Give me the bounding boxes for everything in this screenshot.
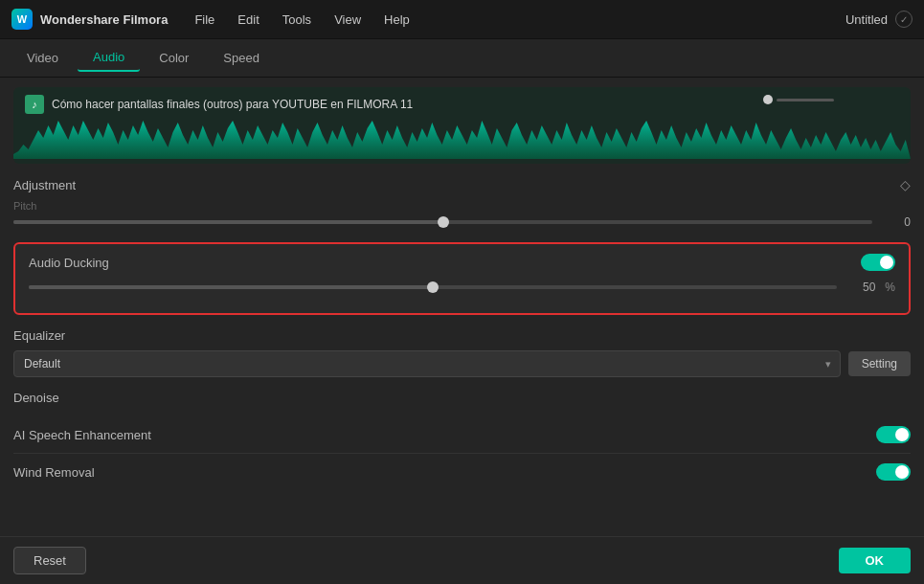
project-title: Untitled — [845, 12, 888, 27]
audio-ducking-section: Audio Ducking 50 % — [13, 242, 911, 315]
ai-speech-label: AI Speech Enhancement — [13, 428, 151, 442]
ai-speech-toggle-thumb — [895, 428, 909, 441]
ducking-toggle-thumb — [880, 256, 893, 269]
tab-video[interactable]: Video — [11, 45, 74, 71]
equalizer-row: Default Classical Dance Deep Electronic … — [13, 350, 911, 377]
wind-removal-toggle[interactable] — [876, 463, 911, 481]
tab-audio[interactable]: Audio — [78, 44, 140, 72]
ducking-unit: % — [885, 281, 895, 294]
setting-button[interactable]: Setting — [848, 351, 911, 376]
titlebar: W Wondershare Filmora File Edit Tools Vi… — [0, 0, 924, 39]
titlebar-right: Untitled ✓ — [845, 11, 913, 28]
diamond-icon: ◇ — [900, 177, 911, 192]
ducking-toggle[interactable] — [861, 254, 895, 271]
menu-edit[interactable]: Edit — [228, 9, 268, 31]
ducking-label: Audio Ducking — [29, 256, 109, 270]
menu-help[interactable]: Help — [374, 9, 419, 31]
tab-speed[interactable]: Speed — [208, 45, 275, 71]
bottom-bar: Reset OK — [0, 536, 924, 584]
tabs-bar: Video Audio Color Speed — [0, 39, 924, 78]
eq-select-wrapper: Default Classical Dance Deep Electronic … — [13, 350, 841, 377]
adjustment-section: Adjustment ◇ — [13, 177, 911, 192]
ai-speech-row: AI Speech Enhancement — [13, 416, 911, 454]
pitch-slider-thumb[interactable] — [438, 216, 449, 228]
ducking-slider-fill — [29, 285, 433, 289]
ai-speech-toggle[interactable] — [876, 426, 911, 443]
denoise-section: Denoise — [13, 391, 911, 405]
equalizer-section: Equalizer Default Classical Dance Deep E… — [13, 328, 911, 377]
tab-color[interactable]: Color — [144, 45, 204, 71]
denoise-label: Denoise — [13, 391, 911, 405]
wind-removal-label: Wind Removal — [13, 465, 95, 480]
pitch-slider-track[interactable] — [13, 220, 872, 224]
adjustment-label: Adjustment — [13, 178, 76, 192]
menu-file[interactable]: File — [185, 9, 224, 31]
pitch-sub-label: Pitch — [13, 200, 911, 212]
content-area: ♪ Cómo hacer pantallas finales (outros) … — [0, 78, 924, 584]
wind-removal-toggle-thumb — [895, 465, 909, 479]
ducking-slider-row: 50 % — [29, 281, 895, 294]
waveform-title: Cómo hacer pantallas finales (outros) pa… — [52, 98, 413, 111]
ok-button[interactable]: OK — [839, 548, 912, 573]
ducking-value: 50 — [846, 281, 875, 294]
ducking-slider-thumb[interactable] — [427, 281, 439, 293]
ducking-slider-track[interactable] — [29, 285, 837, 289]
music-icon: ♪ — [25, 95, 44, 114]
menu-bar: File Edit Tools View Help — [185, 9, 418, 31]
waveform-visual — [13, 111, 911, 164]
pitch-slider-row: 0 — [13, 215, 911, 229]
eq-select[interactable]: Default Classical Dance Deep Electronic … — [13, 350, 841, 377]
pitch-slider-fill — [13, 220, 443, 224]
waveform-header: ♪ Cómo hacer pantallas finales (outros) … — [25, 95, 899, 114]
app-name-label: Wondershare Filmora — [40, 12, 168, 27]
pitch-value: 0 — [882, 215, 911, 229]
equalizer-label: Equalizer — [13, 328, 911, 343]
titlebar-left: W Wondershare Filmora File Edit Tools Vi… — [11, 9, 419, 31]
ducking-header: Audio Ducking — [29, 254, 895, 271]
app-logo: W Wondershare Filmora — [11, 9, 168, 30]
reset-button[interactable]: Reset — [13, 547, 86, 574]
check-icon: ✓ — [895, 11, 913, 28]
menu-view[interactable]: View — [325, 9, 371, 31]
app-logo-icon: W — [11, 9, 33, 30]
waveform-section: ♪ Cómo hacer pantallas finales (outros) … — [13, 87, 911, 164]
menu-tools[interactable]: Tools — [273, 9, 321, 31]
waveform-svg — [13, 111, 911, 164]
wind-removal-row: Wind Removal — [13, 454, 911, 490]
